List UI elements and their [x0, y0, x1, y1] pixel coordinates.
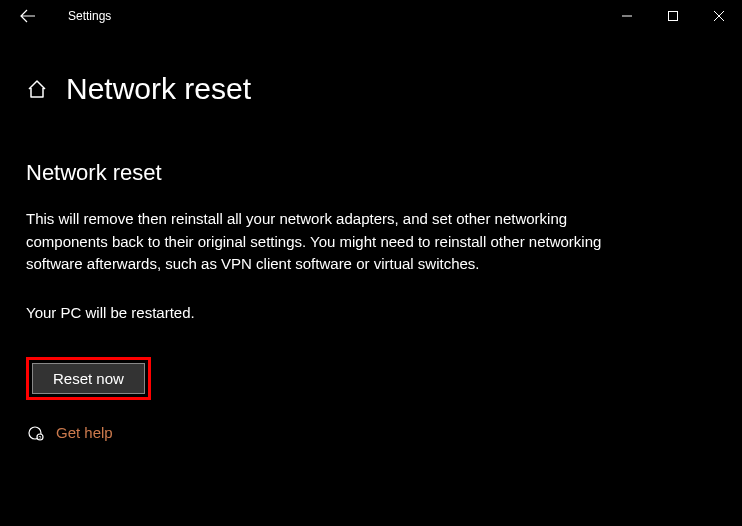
section-title: Network reset: [26, 160, 716, 186]
close-button[interactable]: [696, 0, 742, 32]
minimize-icon: [622, 11, 632, 21]
restart-notice: Your PC will be restarted.: [26, 304, 716, 321]
help-icon: ?: [26, 424, 44, 442]
titlebar: Settings: [0, 0, 742, 32]
app-title: Settings: [68, 9, 111, 23]
maximize-icon: [668, 11, 678, 21]
back-button[interactable]: [8, 0, 48, 32]
page-header: Network reset: [26, 72, 716, 106]
get-help-link[interactable]: Get help: [56, 424, 113, 441]
window-controls: [604, 0, 742, 32]
content-area: Network reset Network reset This will re…: [0, 32, 742, 442]
home-icon[interactable]: [26, 78, 48, 100]
reset-now-button[interactable]: Reset now: [32, 363, 145, 394]
maximize-button[interactable]: [650, 0, 696, 32]
arrow-left-icon: [20, 8, 36, 24]
minimize-button[interactable]: [604, 0, 650, 32]
help-link-row: ? Get help: [26, 424, 716, 442]
close-icon: [714, 11, 724, 21]
description-text: This will remove then reinstall all your…: [26, 208, 616, 276]
page-title: Network reset: [66, 72, 251, 106]
svg-text:?: ?: [39, 434, 42, 440]
highlight-box: Reset now: [26, 357, 151, 400]
svg-rect-0: [669, 12, 678, 21]
